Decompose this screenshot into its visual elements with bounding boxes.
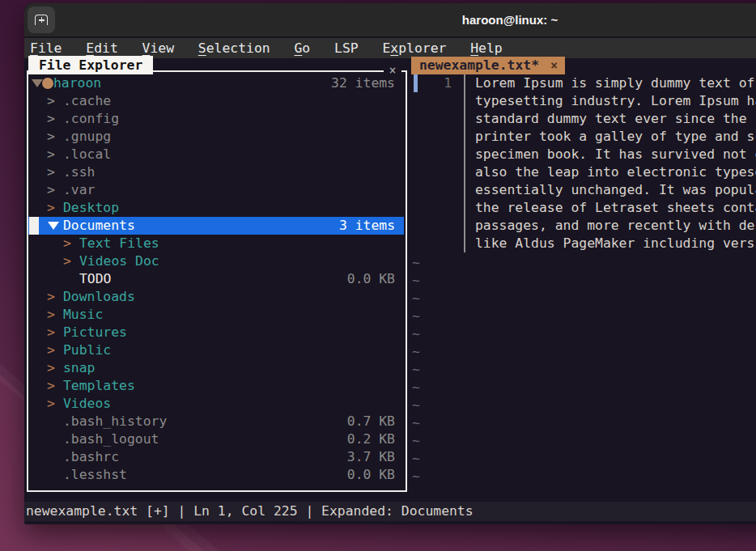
tab-label: newexample.txt* (419, 57, 539, 74)
collapsed-arrow-icon[interactable]: > (47, 110, 55, 128)
tree-item-meta: 0.7 KB (347, 413, 395, 430)
tree-item-name: Downloads (63, 288, 135, 306)
tree-item-haroon[interactable]: haroon32 items (28, 74, 404, 92)
menu-lsp[interactable]: LSP (334, 38, 359, 58)
collapsed-arrow-icon[interactable]: > (63, 252, 71, 270)
editor-line[interactable]: Lorem Ipsum is simply dummy text of the … (475, 74, 756, 92)
collapsed-arrow-icon[interactable]: > (47, 377, 55, 395)
window-title: haroon@linux: ~ (24, 3, 756, 37)
collapsed-arrow-icon[interactable]: > (63, 235, 71, 252)
editor-line[interactable]: printer took a galley of type and scramb… (475, 128, 756, 146)
expanded-arrow-icon[interactable] (48, 222, 59, 230)
collapsed-arrow-icon[interactable]: > (47, 395, 55, 413)
tree-item-name: Templates (63, 377, 135, 395)
tree-item-meta: 3.7 KB (347, 448, 395, 466)
tree-item-name: Documents (63, 217, 135, 235)
collapsed-arrow-icon[interactable]: > (47, 128, 55, 146)
editor-line[interactable]: specimen book. It has survived not only … (475, 146, 756, 163)
collapsed-arrow-icon[interactable]: > (47, 306, 55, 324)
tree-item-name: Videos Doc (79, 252, 159, 270)
tree-item-name: snap (63, 359, 95, 377)
cursor-line-indicator (414, 74, 418, 92)
collapsed-arrow-icon[interactable]: > (47, 181, 55, 199)
collapsed-arrow-icon[interactable]: > (47, 288, 55, 306)
collapsed-arrow-icon[interactable]: > (47, 146, 55, 163)
empty-line-tilde: ~ (412, 325, 428, 343)
tree-item-cache[interactable]: >.cache (28, 92, 404, 110)
tree-item-meta: 0.0 KB (347, 270, 395, 288)
editor-line[interactable]: standard dummy text ever since the 1500s… (475, 110, 756, 128)
tree-item-name: .bashrc (63, 448, 119, 466)
tree-item-name: .ssh (63, 163, 95, 181)
empty-line-tilde: ~ (412, 272, 428, 290)
tree-item-name: .local (63, 146, 111, 163)
tree-item-templates[interactable]: >Templates (28, 377, 404, 395)
tree-item-meta: 32 items (331, 74, 395, 92)
tree-item-name: haroon (53, 74, 101, 92)
tree-item-name: Pictures (63, 324, 127, 341)
tree-item-bash_logout[interactable]: .bash_logout0.2 KB (28, 430, 404, 448)
tree-item-name: .config (63, 110, 119, 128)
tree-item-documents[interactable]: Documents3 items (28, 217, 404, 235)
tree-item-music[interactable]: >Music (28, 306, 404, 324)
tree-item-bashrc[interactable]: .bashrc3.7 KB (28, 448, 404, 466)
tab-newexample[interactable]: newexample.txt* × (411, 57, 565, 74)
tree-item-todo[interactable]: TODO0.0 KB (28, 270, 404, 288)
editor-line[interactable]: like Aldus PageMaker including versions … (475, 235, 756, 252)
tree-item-desktop[interactable]: >Desktop (28, 199, 404, 217)
empty-line-tilde: ~ (412, 450, 428, 468)
desktop: haroon@linux: ~ FileEditViewSelectionGoL… (0, 0, 756, 551)
tree-item-name: .bash_history (63, 413, 167, 430)
tree-item-videos[interactable]: >Videos (28, 395, 404, 413)
tree-item-var[interactable]: >.var (28, 181, 404, 199)
window-titlebar[interactable]: haroon@linux: ~ (24, 3, 756, 37)
tree-item-downloads[interactable]: >Downloads (28, 288, 404, 306)
tree-item-bash_history[interactable]: .bash_history0.7 KB (28, 413, 404, 430)
tree-item-name: TODO (79, 270, 111, 288)
tree-cursor (29, 217, 39, 235)
editor-line[interactable]: passages, and more recently with desktop… (475, 217, 756, 235)
collapsed-arrow-icon[interactable]: > (47, 199, 55, 217)
tree-item-videos-doc[interactable]: >Videos Doc (28, 252, 404, 270)
editor-line[interactable]: the release of Letraset sheets containin… (475, 199, 756, 217)
empty-line-tilde: ~ (412, 379, 428, 396)
tree-item-text-files[interactable]: >Text Files (28, 235, 404, 252)
tree-item-name: .var (63, 181, 95, 199)
menu-explorer[interactable]: Explorer (382, 38, 446, 58)
empty-line-tilde: ~ (412, 290, 428, 307)
empty-line-tilde: ~ (412, 361, 428, 379)
collapsed-arrow-icon[interactable]: > (47, 92, 55, 110)
tree-item-ssh[interactable]: >.ssh (28, 163, 404, 181)
tree-item-config[interactable]: >.config (28, 110, 404, 128)
tree-item-name: Videos (63, 395, 111, 413)
tree-item-lesshst[interactable]: .lesshst0.0 KB (28, 466, 404, 484)
collapsed-arrow-icon[interactable]: > (47, 324, 55, 341)
tree-item-name: .bash_logout (63, 430, 159, 448)
empty-line-tilde: ~ (412, 396, 428, 414)
collapsed-arrow-icon[interactable]: > (47, 163, 55, 181)
expanded-arrow-icon[interactable] (32, 79, 43, 87)
menu-help[interactable]: Help (470, 38, 502, 58)
gutter-separator (464, 74, 465, 252)
menu-selection[interactable]: Selection (198, 38, 270, 58)
editor-line[interactable]: also the leap into electronic typesettin… (475, 163, 756, 181)
tree-item-snap[interactable]: >snap (28, 359, 404, 377)
editor-line[interactable]: essentially unchanged. It was popularise… (475, 181, 756, 199)
tree-item-gnupg[interactable]: >.gnupg (28, 128, 404, 146)
collapsed-arrow-icon[interactable]: > (47, 341, 55, 359)
home-icon (42, 78, 53, 89)
tree-item-name: Desktop (63, 199, 119, 217)
tree-item-local[interactable]: >.local (28, 146, 404, 163)
line-number: 1 (427, 74, 452, 92)
explorer-panel-title: File Explorer (28, 56, 153, 74)
editor-line[interactable]: typesetting industry. Lorem Ipsum has be… (475, 92, 756, 110)
tree-item-name: .lesshst (63, 466, 127, 484)
collapsed-arrow-icon[interactable]: > (47, 359, 55, 377)
empty-line-tilde: ~ (412, 414, 428, 432)
tree-item-pictures[interactable]: >Pictures (28, 324, 404, 341)
tab-close-icon[interactable]: × (550, 57, 558, 74)
tree-item-public[interactable]: >Public (28, 341, 404, 359)
menu-go[interactable]: Go (294, 38, 310, 58)
empty-line-tilde: ~ (412, 307, 428, 325)
empty-line-tilde: ~ (412, 432, 428, 450)
